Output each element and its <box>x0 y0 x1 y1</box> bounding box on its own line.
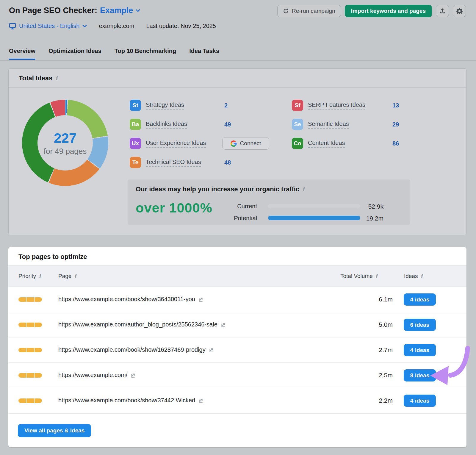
ideas-count-button[interactable]: 4 ideas <box>404 344 436 356</box>
semantic-ideas-count: 29 <box>392 121 399 128</box>
info-icon[interactable] <box>74 273 76 279</box>
total-volume-value: 6.1m <box>358 296 393 303</box>
organic-traffic-box: Our ideas may help you increase your org… <box>128 179 410 225</box>
info-icon[interactable] <box>420 273 422 279</box>
current-traffic-bar <box>268 204 360 208</box>
external-link-icon[interactable] <box>198 297 203 302</box>
total-ideas-header: Total Ideas <box>9 69 466 88</box>
export-button[interactable] <box>436 5 449 17</box>
monitor-icon <box>9 23 16 29</box>
content-ideas-link[interactable]: Content Ideas <box>308 140 345 148</box>
current-traffic-label: Current <box>229 203 257 210</box>
serp-features-ideas-count: 13 <box>392 102 399 109</box>
project-selector[interactable]: Example <box>100 6 133 15</box>
total-volume-value: 2.5m <box>358 372 393 379</box>
organic-traffic-title: Our ideas may help you increase your org… <box>136 185 304 193</box>
tab-bar-divider <box>0 60 476 61</box>
potential-traffic-bar <box>268 216 360 220</box>
strategy-badge-icon: St <box>130 100 141 111</box>
strategy-ideas-link[interactable]: Strategy Ideas <box>146 101 184 110</box>
donut-caption: for 49 pages <box>44 147 87 156</box>
list-item-content-ideas: Co Content Ideas 86 <box>292 134 429 153</box>
chevron-down-icon[interactable] <box>136 9 140 12</box>
top-pages-title: Top pages to optimize <box>18 253 87 261</box>
traffic-increase-highlight: over 1000% <box>136 200 212 216</box>
user-experience-ideas-link[interactable]: User Experience Ideas <box>146 140 206 148</box>
locale-label: United States - English <box>19 23 79 29</box>
strategy-ideas-count: 2 <box>224 102 228 109</box>
ideas-count-button[interactable]: 4 ideas <box>404 293 436 306</box>
list-item-technical-seo-ideas: Te Technical SEO Ideas 48 <box>130 153 290 172</box>
page-title-text: On Page SEO Checker: <box>9 6 97 15</box>
tab-top10-benchmarking[interactable]: Top 10 Benchmarking <box>115 48 176 60</box>
donut-total-value: 227 <box>54 130 77 146</box>
idea-categories-left: St Strategy Ideas 2 Ba Backlinks Ideas 4… <box>130 96 290 172</box>
list-item-backlinks-ideas: Ba Backlinks Ideas 49 <box>130 115 290 134</box>
ideas-count-button-highlighted[interactable]: 8 ideas <box>404 369 436 381</box>
total-ideas-title: Total Ideas <box>19 74 52 82</box>
table-row: https://www.example.com/book/show/162874… <box>8 337 466 363</box>
semantic-badge-icon: Se <box>292 119 303 130</box>
technical-seo-ideas-link[interactable]: Technical SEO Ideas <box>146 159 201 167</box>
page-title: On Page SEO Checker: Example <box>9 6 140 15</box>
gear-icon <box>456 8 463 14</box>
chevron-down-icon <box>82 25 87 28</box>
external-link-icon[interactable] <box>198 398 203 403</box>
backlinks-ideas-link[interactable]: Backlinks Ideas <box>146 121 187 129</box>
info-icon[interactable] <box>375 273 378 279</box>
content-badge-icon: Co <box>292 138 303 149</box>
ideas-column-header: Ideas <box>404 273 418 279</box>
view-all-pages-button[interactable]: View all pages & ideas <box>18 424 91 437</box>
priority-indicator <box>18 323 42 327</box>
info-icon[interactable] <box>55 76 57 81</box>
list-item-user-experience-ideas: Ux User Experience Ideas Connect <box>130 134 290 153</box>
locale-selector[interactable]: United States - English <box>19 23 87 29</box>
tab-overview[interactable]: Overview <box>9 48 35 60</box>
table-row: https://www.example.com/ 2.5m 8 ideas <box>8 363 466 388</box>
list-item-strategy-ideas: St Strategy Ideas 2 <box>130 96 290 115</box>
connect-google-button[interactable]: Connect <box>222 137 269 150</box>
page-url: https://www.example.com/book/show/364300… <box>58 296 195 303</box>
tab-optimization-ideas[interactable]: Optimization Ideas <box>48 48 101 60</box>
rerun-campaign-label: Re-run campaign <box>292 8 335 14</box>
tab-idea-tasks[interactable]: Idea Tasks <box>189 48 219 60</box>
refresh-icon <box>283 8 289 14</box>
total-volume-value: 2.7m <box>358 346 393 354</box>
external-link-icon[interactable] <box>209 347 214 353</box>
ideas-donut-chart: 227 for 49 pages <box>22 100 108 186</box>
technical-seo-ideas-count: 48 <box>224 159 231 166</box>
content-ideas-count: 86 <box>392 140 399 147</box>
serp-features-ideas-link[interactable]: SERP Features Ideas <box>308 101 365 110</box>
table-row: https://www.example.com/book/show/37442.… <box>8 388 466 413</box>
top-pages-card: Top pages to optimize Priority Page Tota… <box>8 247 466 447</box>
upload-icon <box>439 8 445 14</box>
priority-column-header: Priority <box>18 273 36 279</box>
table-header-row: Priority Page Total Volume Ideas <box>8 265 466 287</box>
ideas-count-button[interactable]: 6 ideas <box>404 319 436 331</box>
total-volume-column-header: Total Volume <box>340 273 373 279</box>
page-url: https://www.example.com/ <box>58 372 127 379</box>
external-link-icon[interactable] <box>220 322 226 327</box>
backlinks-badge-icon: Ba <box>130 119 141 130</box>
ideas-count-button[interactable]: 4 ideas <box>404 395 436 407</box>
header-actions: Re-run campaign Import keywords and page… <box>277 5 466 17</box>
last-update: Last update: Nov 25, 2025 <box>146 23 216 29</box>
settings-button[interactable] <box>453 5 466 17</box>
rerun-campaign-button[interactable]: Re-run campaign <box>277 5 341 17</box>
table-row: https://www.example.com/author_blog_post… <box>8 312 466 337</box>
total-ideas-card: Total Ideas 227 for 49 pages St Strategy… <box>8 68 466 235</box>
import-keywords-label: Import keywords and pages <box>351 8 426 14</box>
organic-traffic-title-text: Our ideas may help you increase your org… <box>136 185 299 193</box>
donut-center: 227 for 49 pages <box>37 115 93 171</box>
external-link-icon[interactable] <box>130 373 136 378</box>
current-traffic-value: 52.9k <box>357 203 383 210</box>
info-icon[interactable] <box>39 273 41 279</box>
priority-indicator <box>18 348 42 352</box>
total-volume-value: 5.0m <box>358 321 393 328</box>
backlinks-ideas-count: 49 <box>224 121 231 128</box>
info-icon[interactable] <box>302 187 304 192</box>
semantic-ideas-link[interactable]: Semantic Ideas <box>308 121 349 129</box>
import-keywords-button[interactable]: Import keywords and pages <box>345 5 432 17</box>
list-item-semantic-ideas: Se Semantic Ideas 29 <box>292 115 429 134</box>
campaign-meta: United States - English example.com Last… <box>9 23 216 29</box>
